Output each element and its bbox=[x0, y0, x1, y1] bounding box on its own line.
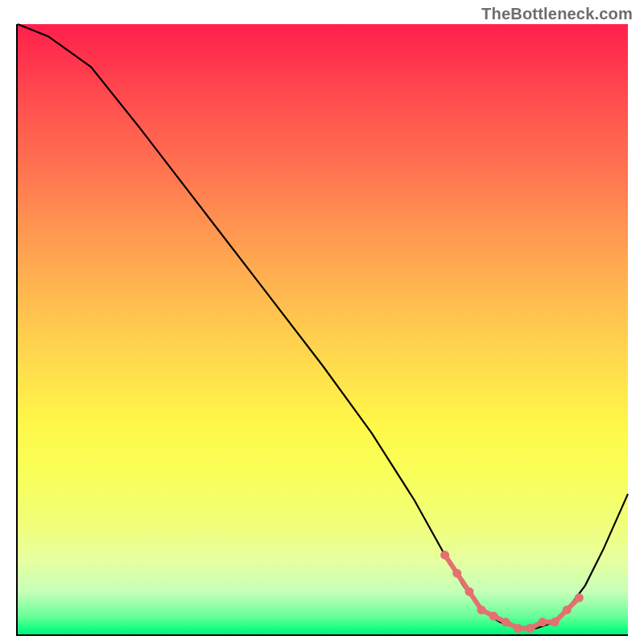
chart-plot-area bbox=[16, 24, 628, 636]
watermark-text: TheBottleneck.com bbox=[481, 5, 633, 23]
optimal-marker bbox=[526, 624, 535, 633]
chart-svg bbox=[18, 24, 628, 634]
bottleneck-curve bbox=[18, 24, 628, 628]
optimal-marker bbox=[514, 624, 522, 633]
optimal-marker bbox=[464, 587, 473, 596]
optimal-marker bbox=[502, 617, 510, 626]
optimal-marker bbox=[538, 617, 547, 626]
optimal-marker bbox=[551, 617, 559, 626]
optimal-marker bbox=[489, 612, 498, 621]
optimal-marker bbox=[563, 605, 572, 614]
optimal-marker bbox=[452, 569, 461, 578]
optimal-marker bbox=[477, 605, 486, 614]
optimal-marker bbox=[575, 593, 584, 602]
optimal-marker bbox=[440, 551, 449, 559]
optimal-markers bbox=[440, 551, 584, 633]
